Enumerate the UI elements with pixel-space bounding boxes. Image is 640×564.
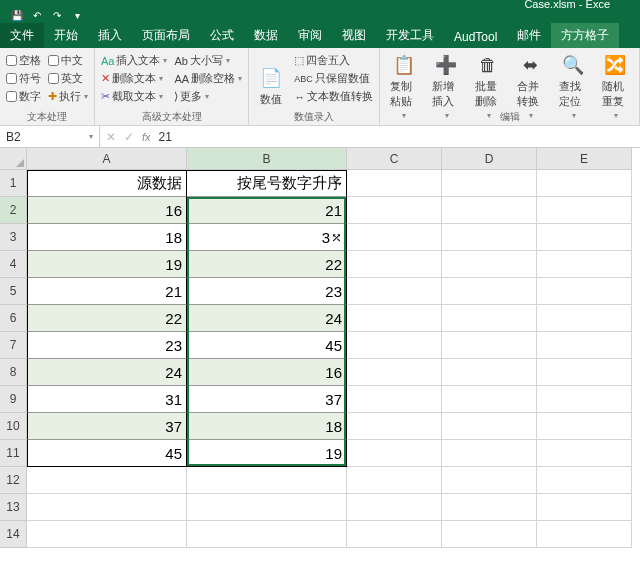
cell-B6[interactable]: 24 [187,305,347,332]
chk-number[interactable]: 数字 [4,88,43,105]
cell-C6[interactable] [347,305,442,332]
tab-formulas[interactable]: 公式 [200,23,244,48]
cell-A10[interactable]: 37 [27,413,187,440]
cell-B10[interactable]: 18 [187,413,347,440]
cell-D3[interactable] [442,224,537,251]
btn-cut-text[interactable]: ✂截取文本▾ [99,88,169,105]
cell-C11[interactable] [347,440,442,467]
btn-textnum[interactable]: ↔文本数值转换 [292,88,375,105]
cells-area[interactable]: 源数据按尾号数字升序1621183⤱1922212322242345241631… [27,170,640,564]
cell-B5[interactable]: 23 [187,278,347,305]
tab-audtool[interactable]: AudTool [444,26,507,48]
cell-B2[interactable]: 21 [187,197,347,224]
btn-keepnum[interactable]: ABC只保留数值 [292,70,375,87]
redo-icon[interactable]: ↷ [48,7,66,23]
save-icon[interactable]: 💾 [8,7,26,23]
cell-A9[interactable]: 31 [27,386,187,413]
row-header-1[interactable]: 1 [0,170,27,197]
cell-C9[interactable] [347,386,442,413]
col-header-B[interactable]: B [187,148,347,170]
cell-B12[interactable] [187,467,347,494]
cell-D1[interactable] [442,170,537,197]
cell-D7[interactable] [442,332,537,359]
row-header-3[interactable]: 3 [0,224,27,251]
row-header-9[interactable]: 9 [0,386,27,413]
col-header-C[interactable]: C [347,148,442,170]
cell-E4[interactable] [537,251,632,278]
btn-delspace[interactable]: AA删除空格▾ [172,70,244,87]
cell-D2[interactable] [442,197,537,224]
tab-data[interactable]: 数据 [244,23,288,48]
cell-E8[interactable] [537,359,632,386]
tab-file[interactable]: 文件 [0,23,44,48]
cell-C13[interactable] [347,494,442,521]
cell-E7[interactable] [537,332,632,359]
cell-B4[interactable]: 22 [187,251,347,278]
cell-A4[interactable]: 19 [27,251,187,278]
btn-round[interactable]: ⬚四舍五入 [292,52,375,69]
cell-D10[interactable] [442,413,537,440]
col-header-D[interactable]: D [442,148,537,170]
cell-E6[interactable] [537,305,632,332]
tab-layout[interactable]: 页面布局 [132,23,200,48]
enter-icon[interactable]: ✓ [124,130,134,144]
chk-chinese[interactable]: 中文 [46,52,90,69]
cell-A12[interactable] [27,467,187,494]
cell-E3[interactable] [537,224,632,251]
qat-more-icon[interactable]: ▾ [68,7,86,23]
cell-C7[interactable] [347,332,442,359]
chk-space[interactable]: 空格 [4,52,43,69]
cell-D12[interactable] [442,467,537,494]
row-header-10[interactable]: 10 [0,413,27,440]
cell-A1[interactable]: 源数据 [27,170,187,197]
row-header-2[interactable]: 2 [0,197,27,224]
cell-C2[interactable] [347,197,442,224]
cell-C14[interactable] [347,521,442,548]
row-header-5[interactable]: 5 [0,278,27,305]
name-box[interactable]: B2▾ [0,126,100,147]
chk-symbol[interactable]: 符号 [4,70,43,87]
cell-C5[interactable] [347,278,442,305]
cell-C10[interactable] [347,413,442,440]
tab-insert[interactable]: 插入 [88,23,132,48]
cell-D4[interactable] [442,251,537,278]
cell-A5[interactable]: 21 [27,278,187,305]
cell-E9[interactable] [537,386,632,413]
col-header-A[interactable]: A [27,148,187,170]
cell-B3[interactable]: 3⤱ [187,224,347,251]
cell-D9[interactable] [442,386,537,413]
cell-B7[interactable]: 45 [187,332,347,359]
cell-C3[interactable] [347,224,442,251]
row-header-11[interactable]: 11 [0,440,27,467]
cell-E1[interactable] [537,170,632,197]
cell-E5[interactable] [537,278,632,305]
cell-D14[interactable] [442,521,537,548]
row-header-4[interactable]: 4 [0,251,27,278]
cell-A8[interactable]: 24 [27,359,187,386]
select-all-corner[interactable] [0,148,27,170]
cell-C4[interactable] [347,251,442,278]
tab-fangfang[interactable]: 方方格子 [551,23,619,48]
cell-A2[interactable]: 16 [27,197,187,224]
btn-case[interactable]: Ab大小写▾ [172,52,244,69]
tab-dev[interactable]: 开发工具 [376,23,444,48]
btn-execute[interactable]: ✚执行▾ [46,88,90,105]
row-header-14[interactable]: 14 [0,521,27,548]
tab-view[interactable]: 视图 [332,23,376,48]
col-header-E[interactable]: E [537,148,632,170]
cell-C12[interactable] [347,467,442,494]
cell-B8[interactable]: 16 [187,359,347,386]
row-header-6[interactable]: 6 [0,305,27,332]
cell-E11[interactable] [537,440,632,467]
cancel-icon[interactable]: ✕ [106,130,116,144]
cell-B14[interactable] [187,521,347,548]
cell-A13[interactable] [27,494,187,521]
cell-E10[interactable] [537,413,632,440]
cell-D5[interactable] [442,278,537,305]
cell-A14[interactable] [27,521,187,548]
cell-A11[interactable]: 45 [27,440,187,467]
cell-E2[interactable] [537,197,632,224]
cell-B11[interactable]: 19 [187,440,347,467]
cell-B1[interactable]: 按尾号数字升序 [187,170,347,197]
cell-A7[interactable]: 23 [27,332,187,359]
